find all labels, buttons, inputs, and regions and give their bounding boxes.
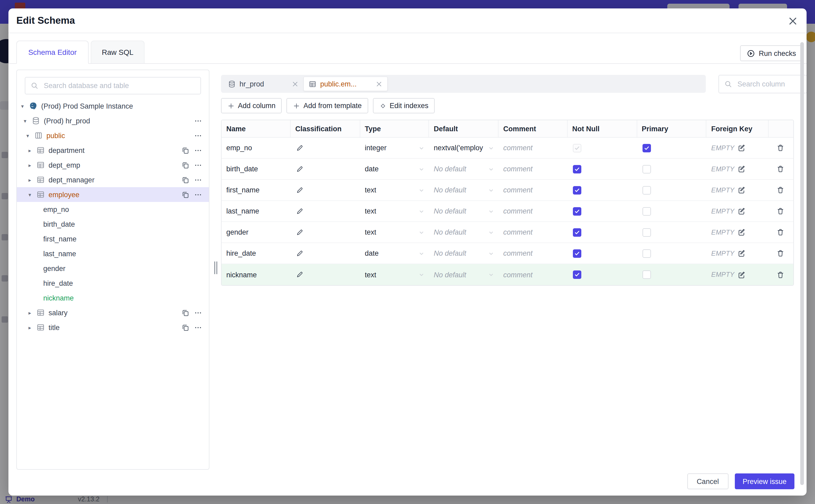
comment-input[interactable]: comment — [499, 159, 568, 179]
default-select[interactable]: No default — [429, 264, 499, 285]
trash-icon[interactable] — [777, 144, 784, 152]
default-select[interactable]: No default — [429, 243, 499, 264]
comment-input[interactable]: comment — [499, 264, 568, 285]
checkbox-unchecked[interactable] — [642, 165, 651, 173]
comment-input[interactable]: comment — [499, 222, 568, 243]
default-select[interactable]: No default — [429, 222, 499, 243]
pencil-icon[interactable] — [296, 207, 303, 215]
comment-input[interactable]: comment — [499, 180, 568, 200]
checkbox-unchecked[interactable] — [642, 270, 651, 279]
checkbox-checked[interactable] — [573, 186, 581, 194]
more-actions-icon[interactable] — [194, 161, 202, 169]
column-name-cell[interactable]: last_name — [221, 201, 291, 221]
close-tab-icon[interactable] — [292, 80, 298, 87]
tree-item-public[interactable]: ▾public — [17, 128, 209, 143]
comment-input[interactable]: comment — [499, 243, 568, 264]
tree-item-dept_manager[interactable]: ▸dept_manager — [17, 172, 209, 187]
trash-icon[interactable] — [777, 186, 784, 194]
editor-tab-public.em...[interactable]: public.em... — [303, 76, 388, 91]
checkbox-unchecked[interactable] — [642, 228, 651, 236]
column-name-cell[interactable]: nickname — [221, 264, 291, 285]
tree-item-first_name[interactable]: first_name — [17, 231, 209, 246]
tree-item-gender[interactable]: gender — [17, 261, 209, 276]
type-select[interactable]: text — [360, 264, 429, 285]
column-name-cell[interactable]: emp_no — [221, 138, 291, 158]
pencil-icon[interactable] — [296, 229, 303, 236]
copy-icon[interactable] — [181, 161, 189, 169]
chevron-right-icon[interactable]: ▸ — [28, 162, 36, 168]
chevron-down-icon[interactable]: ▾ — [26, 133, 34, 138]
edit-foreign-key-icon[interactable] — [738, 186, 746, 194]
default-select[interactable]: nextval('employ — [429, 138, 499, 158]
tree-item-nickname[interactable]: nickname — [17, 290, 209, 305]
type-select[interactable]: date — [360, 159, 429, 179]
edit-indexes-button[interactable]: Edit indexes — [373, 98, 435, 113]
column-name-cell[interactable]: first_name — [221, 180, 291, 200]
pencil-icon[interactable] — [296, 186, 303, 194]
tree-item-emp_no[interactable]: emp_no — [17, 202, 209, 217]
comment-input[interactable]: comment — [499, 138, 568, 158]
tree-search-input[interactable] — [43, 81, 195, 90]
more-actions-icon[interactable] — [194, 117, 202, 125]
add-column-button[interactable]: Add column — [221, 98, 282, 113]
more-actions-icon[interactable] — [194, 176, 202, 184]
checkbox-checked[interactable] — [573, 228, 581, 236]
trash-icon[interactable] — [777, 165, 784, 173]
type-select[interactable]: date — [360, 243, 429, 264]
more-actions-icon[interactable] — [194, 191, 202, 198]
default-select[interactable]: No default — [429, 201, 499, 221]
edit-foreign-key-icon[interactable] — [738, 165, 746, 173]
copy-icon[interactable] — [181, 309, 189, 317]
checkbox-checked[interactable] — [573, 165, 581, 173]
checkbox-unchecked[interactable] — [642, 207, 651, 215]
tree-item-(Prod) hr_prod[interactable]: ▾(Prod) hr_prod — [17, 113, 209, 128]
tab-raw-sql[interactable]: Raw SQL — [91, 41, 144, 63]
edit-foreign-key-icon[interactable] — [738, 271, 746, 279]
cancel-button[interactable]: Cancel — [687, 473, 728, 489]
add-from-template-button[interactable]: Add from template — [287, 98, 368, 113]
trash-icon[interactable] — [777, 228, 784, 236]
tree-item-(Prod) Prod Sample Instance[interactable]: ▾(Prod) Prod Sample Instance — [17, 99, 209, 113]
column-search-input[interactable] — [736, 80, 801, 89]
column-name-cell[interactable]: gender — [221, 222, 291, 243]
more-actions-icon[interactable] — [194, 323, 202, 331]
tree-item-department[interactable]: ▸department — [17, 143, 209, 158]
checkbox-unchecked[interactable] — [642, 186, 651, 194]
chevron-down-icon[interactable]: ▾ — [24, 118, 32, 124]
tree-item-title[interactable]: ▸title — [17, 320, 209, 335]
more-actions-icon[interactable] — [194, 132, 202, 139]
edit-foreign-key-icon[interactable] — [738, 144, 746, 152]
column-name-cell[interactable]: hire_date — [221, 243, 291, 264]
panel-splitter[interactable] — [209, 70, 221, 470]
chevron-right-icon[interactable]: ▸ — [28, 177, 36, 183]
chevron-down-icon[interactable]: ▾ — [28, 192, 36, 197]
copy-icon[interactable] — [181, 191, 189, 198]
default-select[interactable]: No default — [429, 180, 499, 200]
chevron-right-icon[interactable]: ▸ — [28, 324, 36, 330]
run-checks-button[interactable]: Run checks — [740, 45, 803, 61]
modal-scrollbar[interactable] — [800, 42, 804, 485]
chevron-right-icon[interactable]: ▸ — [28, 310, 36, 316]
default-select[interactable]: No default — [429, 159, 499, 179]
copy-icon[interactable] — [181, 176, 189, 184]
checkbox-unchecked[interactable] — [642, 249, 651, 258]
pencil-icon[interactable] — [296, 144, 303, 152]
tab-schema-editor[interactable]: Schema Editor — [16, 41, 89, 64]
checkbox-checked[interactable] — [642, 144, 651, 152]
trash-icon[interactable] — [777, 207, 784, 215]
close-icon[interactable] — [788, 16, 798, 26]
copy-icon[interactable] — [181, 146, 189, 154]
tree-item-employee[interactable]: ▾employee — [17, 187, 209, 202]
trash-icon[interactable] — [777, 271, 784, 279]
type-select[interactable]: text — [360, 222, 429, 243]
more-actions-icon[interactable] — [194, 309, 202, 317]
more-actions-icon[interactable] — [194, 146, 202, 154]
comment-input[interactable]: comment — [499, 201, 568, 221]
chevron-down-icon[interactable]: ▾ — [21, 103, 29, 109]
checkbox-checked[interactable] — [573, 249, 581, 258]
column-name-cell[interactable]: birth_date — [221, 159, 291, 179]
checkbox-checked[interactable] — [573, 270, 581, 279]
pencil-icon[interactable] — [296, 165, 303, 173]
edit-foreign-key-icon[interactable] — [738, 228, 746, 236]
edit-foreign-key-icon[interactable] — [738, 249, 746, 257]
